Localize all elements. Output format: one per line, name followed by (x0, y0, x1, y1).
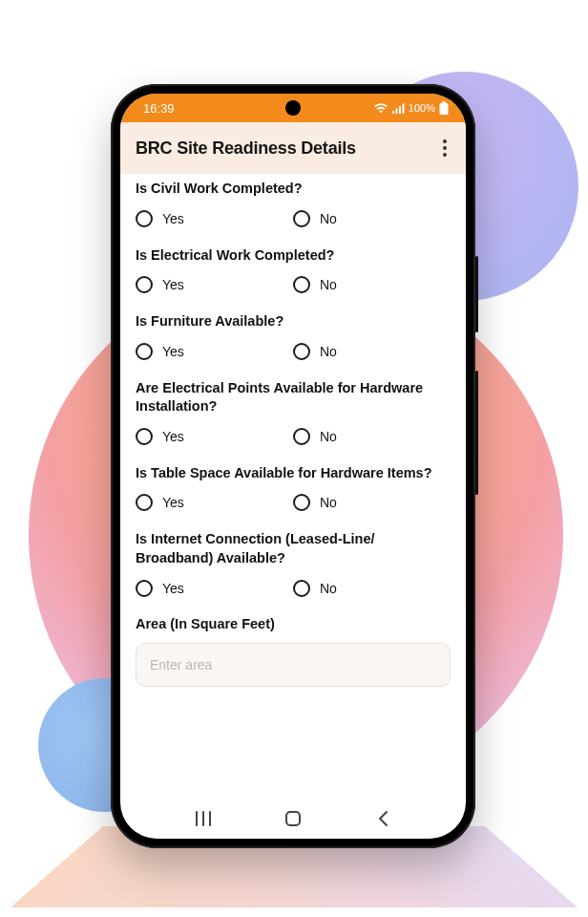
area-input[interactable] (136, 643, 451, 687)
option-text: Yes (162, 211, 184, 226)
option-text: No (320, 581, 337, 596)
phone-side-button (475, 371, 478, 495)
radio-icon (136, 494, 153, 511)
option-text: Yes (162, 344, 184, 359)
radio-option-yes[interactable]: Yes (136, 580, 293, 597)
battery-icon (439, 101, 449, 115)
radio-option-yes[interactable]: Yes (136, 343, 293, 360)
option-text: Yes (162, 277, 184, 292)
radio-option-no[interactable]: No (293, 580, 451, 597)
page-title: BRC Site Readiness Details (136, 139, 356, 159)
radio-option-yes[interactable]: Yes (136, 428, 293, 445)
question-table-space: Is Table Space Available for Hardware It… (136, 464, 451, 512)
option-text: No (320, 211, 337, 226)
question-furniture: Is Furniture Available? Yes No (136, 312, 451, 360)
phone-screen: 16:39 100% BRC Site Readiness Details Is… (120, 94, 466, 839)
radio-option-no[interactable]: No (293, 494, 451, 511)
option-text: Yes (162, 495, 184, 510)
signal-icon (391, 103, 405, 114)
phone-side-button (475, 256, 478, 332)
status-indicators: 100% (374, 101, 449, 115)
question-electrical-points: Are Electrical Points Available for Hard… (136, 379, 451, 445)
radio-icon (293, 428, 310, 445)
option-text: No (320, 277, 337, 292)
nav-home-button[interactable] (274, 800, 312, 838)
area-field-block: Area (In Square Feet) (136, 616, 451, 687)
question-label: Is Civil Work Completed? (136, 180, 451, 199)
radio-option-yes[interactable]: Yes (136, 494, 293, 511)
radio-icon (293, 494, 310, 511)
question-internet: Is Internet Connection (Leased-Line/ Bro… (136, 530, 451, 596)
nav-recents-button[interactable] (184, 800, 222, 838)
radio-icon (293, 580, 310, 597)
radio-icon (136, 343, 153, 360)
camera-notch (285, 100, 301, 116)
option-text: No (320, 495, 337, 510)
wifi-icon (374, 103, 388, 114)
form-content[interactable]: Is Civil Work Completed? Yes No Is Elect… (120, 174, 466, 799)
option-text: No (320, 344, 337, 359)
nav-back-button[interactable] (364, 800, 402, 838)
option-text: Yes (162, 581, 184, 596)
svg-rect-1 (440, 103, 449, 115)
phone-frame: 16:39 100% BRC Site Readiness Details Is… (111, 84, 475, 848)
radio-option-yes[interactable]: Yes (136, 210, 293, 227)
question-label: Are Electrical Points Available for Hard… (136, 379, 451, 416)
question-electrical-work: Is Electrical Work Completed? Yes No (136, 246, 451, 294)
radio-icon (293, 210, 310, 227)
question-civil-work: Is Civil Work Completed? Yes No (136, 180, 451, 227)
app-header: BRC Site Readiness Details (120, 122, 466, 174)
radio-icon (136, 276, 153, 293)
battery-text: 100% (409, 102, 435, 114)
question-label: Is Internet Connection (Leased-Line/ Bro… (136, 530, 451, 567)
status-time: 16:39 (143, 101, 175, 116)
radio-option-no[interactable]: No (293, 428, 451, 445)
radio-option-no[interactable]: No (293, 343, 451, 360)
home-icon (285, 811, 301, 826)
radio-icon (293, 276, 310, 293)
recents-icon (196, 811, 211, 826)
radio-icon (136, 580, 153, 597)
svg-rect-0 (442, 101, 446, 103)
android-nav-bar (120, 799, 466, 839)
radio-option-no[interactable]: No (293, 276, 451, 293)
field-label: Area (In Square Feet) (136, 616, 451, 631)
question-label: Is Table Space Available for Hardware It… (136, 464, 451, 483)
overflow-menu-button[interactable] (439, 136, 451, 160)
status-bar: 16:39 100% (120, 94, 466, 122)
question-label: Is Furniture Available? (136, 312, 451, 331)
radio-option-no[interactable]: No (293, 210, 451, 227)
option-text: Yes (162, 429, 184, 444)
radio-option-yes[interactable]: Yes (136, 276, 293, 293)
radio-icon (293, 343, 310, 360)
radio-icon (136, 428, 153, 445)
question-label: Is Electrical Work Completed? (136, 246, 451, 266)
option-text: No (320, 429, 337, 444)
radio-icon (136, 210, 153, 227)
back-icon (377, 810, 388, 827)
